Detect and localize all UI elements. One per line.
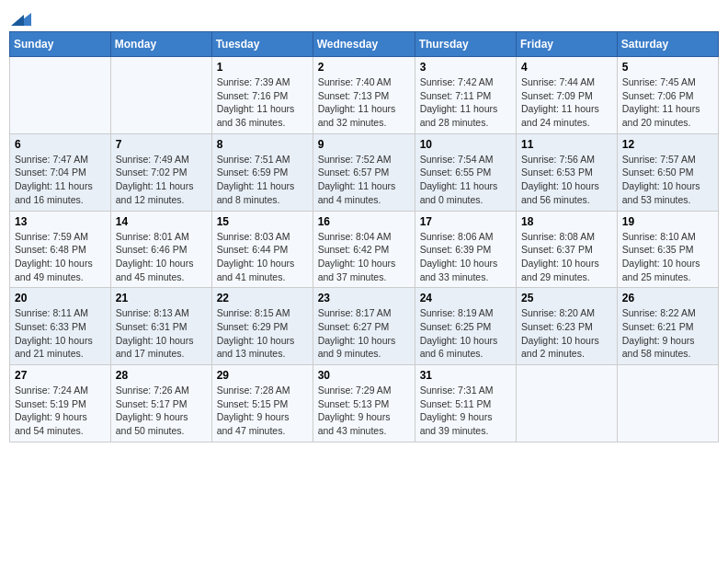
- day-info: Sunrise: 7:45 AM Sunset: 7:06 PM Dayligh…: [622, 75, 713, 130]
- day-info: Sunrise: 8:19 AM Sunset: 6:25 PM Dayligh…: [420, 306, 511, 361]
- day-info: Sunrise: 7:42 AM Sunset: 7:11 PM Dayligh…: [420, 75, 511, 130]
- calendar-cell: 4Sunrise: 7:44 AM Sunset: 7:09 PM Daylig…: [517, 57, 618, 134]
- day-info: Sunrise: 8:04 AM Sunset: 6:42 PM Dayligh…: [318, 230, 410, 284]
- svg-marker-1: [11, 15, 24, 26]
- col-tuesday: Tuesday: [211, 32, 313, 57]
- calendar-cell: 8Sunrise: 7:51 AM Sunset: 6:59 PM Daylig…: [211, 133, 313, 211]
- calendar-cell: 15Sunrise: 8:03 AM Sunset: 6:44 PM Dayli…: [211, 211, 313, 288]
- calendar-cell: 22Sunrise: 8:15 AM Sunset: 6:29 PM Dayli…: [211, 288, 313, 365]
- calendar-cell: 5Sunrise: 7:45 AM Sunset: 7:06 PM Daylig…: [617, 57, 718, 134]
- day-info: Sunrise: 8:10 AM Sunset: 6:35 PM Dayligh…: [622, 230, 713, 284]
- day-info: Sunrise: 8:22 AM Sunset: 6:21 PM Dayligh…: [622, 306, 713, 361]
- calendar-week-5: 27Sunrise: 7:24 AM Sunset: 5:19 PM Dayli…: [10, 365, 719, 442]
- calendar-cell: 25Sunrise: 8:20 AM Sunset: 6:23 PM Dayli…: [517, 288, 618, 365]
- calendar-cell: 26Sunrise: 8:22 AM Sunset: 6:21 PM Dayli…: [617, 288, 718, 365]
- day-info: Sunrise: 7:54 AM Sunset: 6:55 PM Dayligh…: [420, 153, 511, 207]
- day-number: 17: [420, 215, 511, 228]
- day-number: 14: [116, 215, 207, 228]
- day-number: 23: [318, 292, 410, 304]
- day-number: 29: [217, 369, 308, 382]
- day-number: 3: [420, 61, 511, 74]
- logo-icon: [11, 9, 31, 26]
- day-number: 9: [318, 138, 410, 151]
- day-number: 6: [15, 138, 106, 151]
- calendar-cell: [10, 57, 111, 134]
- calendar-week-3: 13Sunrise: 7:59 AM Sunset: 6:48 PM Dayli…: [10, 211, 719, 288]
- col-saturday: Saturday: [617, 32, 718, 57]
- day-number: 5: [622, 61, 713, 74]
- calendar-cell: 29Sunrise: 7:28 AM Sunset: 5:15 PM Dayli…: [211, 365, 313, 442]
- day-info: Sunrise: 8:11 AM Sunset: 6:33 PM Dayligh…: [15, 306, 106, 361]
- calendar-cell: 13Sunrise: 7:59 AM Sunset: 6:48 PM Dayli…: [10, 211, 111, 288]
- calendar-cell: 16Sunrise: 8:04 AM Sunset: 6:42 PM Dayli…: [313, 211, 415, 288]
- day-number: 15: [217, 215, 308, 228]
- day-info: Sunrise: 7:26 AM Sunset: 5:17 PM Dayligh…: [116, 384, 207, 438]
- day-info: Sunrise: 7:31 AM Sunset: 5:11 PM Dayligh…: [420, 384, 511, 438]
- day-info: Sunrise: 7:47 AM Sunset: 7:04 PM Dayligh…: [15, 153, 106, 207]
- day-info: Sunrise: 8:17 AM Sunset: 6:27 PM Dayligh…: [318, 306, 410, 361]
- day-info: Sunrise: 8:13 AM Sunset: 6:31 PM Dayligh…: [116, 306, 207, 361]
- day-info: Sunrise: 7:29 AM Sunset: 5:13 PM Dayligh…: [318, 384, 410, 438]
- day-number: 11: [521, 138, 612, 151]
- col-thursday: Thursday: [415, 32, 516, 57]
- calendar-cell: 6Sunrise: 7:47 AM Sunset: 7:04 PM Daylig…: [10, 133, 111, 211]
- day-info: Sunrise: 8:08 AM Sunset: 6:37 PM Dayligh…: [521, 230, 612, 284]
- day-number: 4: [521, 61, 612, 74]
- logo: [9, 9, 31, 26]
- calendar-cell: [617, 365, 718, 442]
- col-wednesday: Wednesday: [313, 32, 415, 57]
- calendar-header-row: Sunday Monday Tuesday Wednesday Thursday…: [10, 32, 719, 57]
- day-info: Sunrise: 7:24 AM Sunset: 5:19 PM Dayligh…: [15, 384, 106, 438]
- calendar-cell: 3Sunrise: 7:42 AM Sunset: 7:11 PM Daylig…: [415, 57, 516, 134]
- day-number: 27: [15, 369, 106, 382]
- day-number: 22: [217, 292, 308, 304]
- calendar-week-4: 20Sunrise: 8:11 AM Sunset: 6:33 PM Dayli…: [10, 288, 719, 365]
- day-info: Sunrise: 8:01 AM Sunset: 6:46 PM Dayligh…: [116, 230, 207, 284]
- day-info: Sunrise: 7:28 AM Sunset: 5:15 PM Dayligh…: [217, 384, 308, 438]
- calendar-cell: 31Sunrise: 7:31 AM Sunset: 5:11 PM Dayli…: [415, 365, 516, 442]
- calendar-cell: [110, 57, 211, 134]
- day-info: Sunrise: 8:15 AM Sunset: 6:29 PM Dayligh…: [217, 306, 308, 361]
- calendar-cell: 17Sunrise: 8:06 AM Sunset: 6:39 PM Dayli…: [415, 211, 516, 288]
- col-monday: Monday: [110, 32, 211, 57]
- day-number: 31: [420, 369, 511, 382]
- day-info: Sunrise: 7:52 AM Sunset: 6:57 PM Dayligh…: [318, 153, 410, 207]
- day-info: Sunrise: 8:06 AM Sunset: 6:39 PM Dayligh…: [420, 230, 511, 284]
- col-sunday: Sunday: [10, 32, 111, 57]
- day-info: Sunrise: 7:40 AM Sunset: 7:13 PM Dayligh…: [318, 75, 410, 130]
- day-info: Sunrise: 7:57 AM Sunset: 6:50 PM Dayligh…: [622, 153, 713, 207]
- day-info: Sunrise: 7:49 AM Sunset: 7:02 PM Dayligh…: [116, 153, 207, 207]
- day-number: 30: [318, 369, 410, 382]
- calendar-cell: [517, 365, 618, 442]
- day-number: 20: [15, 292, 106, 304]
- day-number: 24: [420, 292, 511, 304]
- calendar-cell: 28Sunrise: 7:26 AM Sunset: 5:17 PM Dayli…: [110, 365, 211, 442]
- calendar-cell: 14Sunrise: 8:01 AM Sunset: 6:46 PM Dayli…: [110, 211, 211, 288]
- day-number: 19: [622, 215, 713, 228]
- calendar-cell: 21Sunrise: 8:13 AM Sunset: 6:31 PM Dayli…: [110, 288, 211, 365]
- calendar-week-1: 1Sunrise: 7:39 AM Sunset: 7:16 PM Daylig…: [10, 57, 719, 134]
- day-number: 13: [15, 215, 106, 228]
- day-info: Sunrise: 7:39 AM Sunset: 7:16 PM Dayligh…: [217, 75, 308, 130]
- day-info: Sunrise: 7:56 AM Sunset: 6:53 PM Dayligh…: [521, 153, 612, 207]
- calendar-cell: 2Sunrise: 7:40 AM Sunset: 7:13 PM Daylig…: [313, 57, 415, 134]
- calendar-cell: 19Sunrise: 8:10 AM Sunset: 6:35 PM Dayli…: [617, 211, 718, 288]
- col-friday: Friday: [517, 32, 618, 57]
- day-number: 18: [521, 215, 612, 228]
- page-header: [9, 9, 719, 26]
- calendar-cell: 9Sunrise: 7:52 AM Sunset: 6:57 PM Daylig…: [313, 133, 415, 211]
- calendar-cell: 30Sunrise: 7:29 AM Sunset: 5:13 PM Dayli…: [313, 365, 415, 442]
- calendar-cell: 11Sunrise: 7:56 AM Sunset: 6:53 PM Dayli…: [517, 133, 618, 211]
- calendar-cell: 10Sunrise: 7:54 AM Sunset: 6:55 PM Dayli…: [415, 133, 516, 211]
- day-info: Sunrise: 7:44 AM Sunset: 7:09 PM Dayligh…: [521, 75, 612, 130]
- calendar-cell: 7Sunrise: 7:49 AM Sunset: 7:02 PM Daylig…: [110, 133, 211, 211]
- calendar-cell: 27Sunrise: 7:24 AM Sunset: 5:19 PM Dayli…: [10, 365, 111, 442]
- day-info: Sunrise: 7:51 AM Sunset: 6:59 PM Dayligh…: [217, 153, 308, 207]
- calendar-cell: 24Sunrise: 8:19 AM Sunset: 6:25 PM Dayli…: [415, 288, 516, 365]
- day-number: 10: [420, 138, 511, 151]
- calendar-cell: 1Sunrise: 7:39 AM Sunset: 7:16 PM Daylig…: [211, 57, 313, 134]
- day-number: 16: [318, 215, 410, 228]
- calendar-week-2: 6Sunrise: 7:47 AM Sunset: 7:04 PM Daylig…: [10, 133, 719, 211]
- day-info: Sunrise: 8:03 AM Sunset: 6:44 PM Dayligh…: [217, 230, 308, 284]
- day-number: 26: [622, 292, 713, 304]
